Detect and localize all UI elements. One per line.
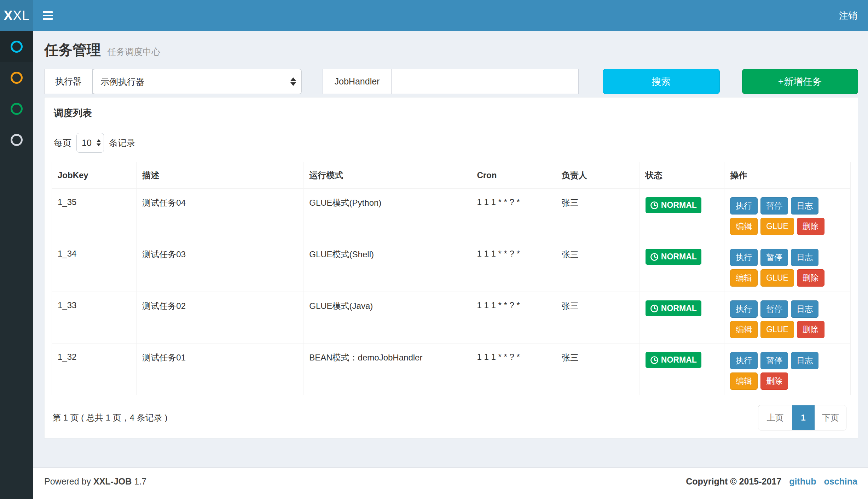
navbar-bar: 注销: [33, 0, 868, 31]
pause-button[interactable]: 暂停: [760, 352, 788, 369]
table-footer: 第 1 页 ( 总共 1 页，4 条记录 ) 上页 1 下页: [52, 405, 851, 430]
table-header-row: JobKey 描述 运行模式 Cron 负责人 状态 操作: [52, 162, 851, 189]
delete-button[interactable]: 删除: [797, 218, 824, 235]
per-page-suffix: 条记录: [109, 137, 135, 149]
page-subtitle: 任务调度中心: [107, 47, 160, 57]
cell-actions: 执行 暂停 日志 编辑 GLUE 删除: [724, 292, 851, 344]
cell-jobkey: 1_32: [52, 344, 137, 395]
cell-mode: GLUE模式(Shell): [303, 240, 471, 292]
search-button[interactable]: 搜索: [603, 69, 720, 94]
col-mode: 运行模式: [303, 162, 471, 189]
cell-owner: 张三: [556, 189, 640, 240]
table-row: 1_34 测试任务03 GLUE模式(Shell) 1 1 1 * * ? * …: [52, 240, 851, 292]
execute-button[interactable]: 执行: [730, 249, 758, 266]
execute-button[interactable]: 执行: [730, 197, 758, 215]
cell-mode: BEAN模式：demoJobHandler: [303, 344, 471, 395]
col-jobkey: JobKey: [52, 162, 137, 189]
delete-button[interactable]: 删除: [760, 372, 788, 390]
glue-button[interactable]: GLUE: [760, 321, 794, 338]
execute-button[interactable]: 执行: [730, 300, 758, 318]
logout-link[interactable]: 注销: [839, 10, 857, 22]
pagination-info: 第 1 页 ( 总共 1 页，4 条记录 ): [52, 412, 167, 423]
circle-outline-icon: [11, 72, 23, 84]
log-button[interactable]: 日志: [791, 249, 818, 266]
next-page-button[interactable]: 下页: [815, 405, 846, 430]
cell-actions: 执行 暂停 日志 编辑 GLUE 删除: [724, 189, 851, 240]
prev-page-button[interactable]: 上页: [758, 405, 792, 430]
footer-right: Copyright © 2015-2017 github oschina: [686, 476, 857, 487]
pause-button[interactable]: 暂停: [760, 249, 788, 266]
glue-button[interactable]: GLUE: [760, 269, 794, 287]
add-job-button[interactable]: +新增任务: [742, 69, 858, 94]
delete-button[interactable]: 删除: [797, 269, 824, 287]
page-title: 任务管理: [44, 42, 101, 58]
cell-mode: GLUE模式(Python): [303, 189, 471, 240]
executor-select[interactable]: 示例执行器: [92, 69, 302, 94]
cell-cron: 1 1 1 * * ? *: [471, 240, 556, 292]
circle-outline-icon: [11, 41, 23, 53]
log-button[interactable]: 日志: [791, 352, 818, 369]
sidebar-toggle-icon[interactable]: [43, 7, 60, 24]
sidebar: [0, 31, 33, 499]
sidebar-item-4[interactable]: [0, 124, 33, 155]
content-area: 任务管理 任务调度中心 执行器 示例执行器 JobHandler 搜索 +新增任…: [33, 31, 868, 467]
per-page-select[interactable]: 10: [76, 133, 104, 153]
cell-status: NORMAL: [640, 240, 724, 292]
cell-owner: 张三: [556, 292, 640, 344]
cell-cron: 1 1 1 * * ? *: [471, 344, 556, 395]
cell-owner: 张三: [556, 240, 640, 292]
page-header: 任务管理 任务调度中心: [33, 31, 868, 65]
jobhandler-label: JobHandler: [323, 69, 392, 94]
cell-jobkey: 1_33: [52, 292, 137, 344]
per-page-control: 每页 10 条记录: [54, 133, 851, 153]
logo-rest-part: XL: [13, 8, 29, 23]
job-table: JobKey 描述 运行模式 Cron 负责人 状态 操作 1_35 测试任务0…: [52, 162, 851, 395]
clock-icon: [650, 356, 659, 364]
action-buttons: 执行 暂停 日志 编辑 GLUE 删除: [730, 197, 833, 235]
edit-button[interactable]: 编辑: [730, 321, 758, 338]
cell-mode: GLUE模式(Java): [303, 292, 471, 344]
glue-button[interactable]: GLUE: [760, 218, 794, 235]
cell-desc: 测试任务02: [137, 292, 303, 344]
pagination: 上页 1 下页: [758, 405, 846, 430]
cell-status: NORMAL: [640, 189, 724, 240]
current-page-button[interactable]: 1: [792, 405, 815, 430]
jobhandler-input[interactable]: [392, 69, 579, 94]
circle-outline-icon: [11, 134, 23, 146]
log-button[interactable]: 日志: [791, 300, 818, 318]
clock-icon: [650, 201, 659, 210]
status-badge: NORMAL: [646, 249, 701, 265]
delete-button[interactable]: 删除: [797, 321, 824, 338]
cell-desc: 测试任务03: [137, 240, 303, 292]
col-cron: Cron: [471, 162, 556, 189]
clock-icon: [650, 304, 659, 313]
github-link[interactable]: github: [789, 476, 816, 487]
app-logo[interactable]: XXL: [0, 0, 33, 31]
product-name: XXL-JOB: [93, 476, 132, 486]
copyright-text: Copyright © 2015-2017: [686, 476, 781, 487]
oschina-link[interactable]: oschina: [824, 476, 857, 487]
action-buttons: 执行 暂停 日志 编辑 删除: [730, 352, 833, 390]
sidebar-item-2[interactable]: [0, 62, 33, 93]
table-row: 1_32 测试任务01 BEAN模式：demoJobHandler 1 1 1 …: [52, 344, 851, 395]
logo-bold-part: X: [4, 8, 13, 23]
edit-button[interactable]: 编辑: [730, 269, 758, 287]
sidebar-item-3[interactable]: [0, 93, 33, 124]
job-list-panel: 调度列表 每页 10 条记录 JobKey 描述 运行模式: [44, 97, 858, 439]
edit-button[interactable]: 编辑: [730, 372, 758, 390]
edit-button[interactable]: 编辑: [730, 218, 758, 235]
executor-filter-group: 执行器 示例执行器: [44, 69, 302, 94]
log-button[interactable]: 日志: [791, 197, 818, 215]
sidebar-item-1[interactable]: [0, 31, 33, 62]
product-version: 1.7: [134, 476, 146, 486]
filter-toolbar: 执行器 示例执行器 JobHandler 搜索 +新增任务: [44, 69, 858, 94]
top-navbar: XXL 注销: [0, 0, 868, 31]
cell-actions: 执行 暂停 日志 编辑 GLUE 删除: [724, 240, 851, 292]
clock-icon: [650, 253, 659, 261]
execute-button[interactable]: 执行: [730, 352, 758, 369]
pause-button[interactable]: 暂停: [760, 300, 788, 318]
cell-desc: 测试任务01: [137, 344, 303, 395]
cell-jobkey: 1_35: [52, 189, 137, 240]
pause-button[interactable]: 暂停: [760, 197, 788, 215]
cell-cron: 1 1 1 * * ? *: [471, 292, 556, 344]
